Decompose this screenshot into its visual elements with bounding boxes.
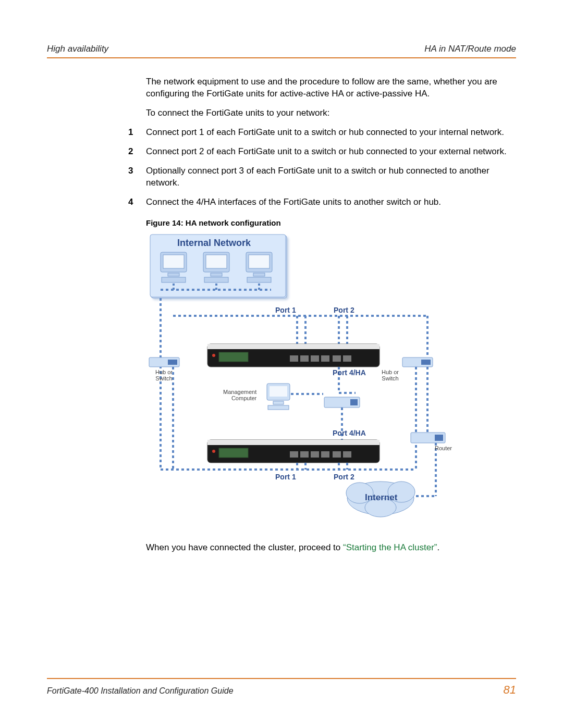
svg-rect-59 xyxy=(333,451,341,458)
svg-rect-35 xyxy=(290,355,298,362)
svg-rect-37 xyxy=(311,355,319,362)
svg-rect-10 xyxy=(253,273,265,276)
page-body: The network equipment to use and the pro… xyxy=(146,76,516,554)
header-right: HA in NAT/Route mode xyxy=(424,44,516,54)
step-number: 4 xyxy=(128,196,146,208)
step-number: 1 xyxy=(128,127,146,139)
footer-page-number: 81 xyxy=(504,683,516,697)
label-port1-top: Port 1 xyxy=(275,305,296,315)
svg-rect-45 xyxy=(350,399,358,405)
svg-rect-33 xyxy=(207,344,380,349)
label-port4ha-bottom: Port 4/HA xyxy=(333,428,366,438)
network-diagram-svg xyxy=(146,232,454,529)
after-figure-paragraph: When you have connected the cluster, pro… xyxy=(146,542,516,554)
svg-rect-57 xyxy=(311,451,319,458)
after-fig-pre: When you have connected the cluster, pro… xyxy=(146,542,343,552)
label-port2-bottom: Port 2 xyxy=(334,472,354,482)
document-page: High availability HA in NAT/Route mode T… xyxy=(0,0,563,728)
figure-diagram: Internal Network Port 1 Port 2 Port 4/HA… xyxy=(146,232,454,529)
svg-rect-20 xyxy=(168,360,177,365)
step-text: Connect port 2 of each FortiGate unit to… xyxy=(146,146,516,158)
label-hub-switch-left: Hub or Switch xyxy=(155,369,173,381)
page-header: High availability HA in NAT/Route mode xyxy=(47,44,516,58)
svg-rect-24 xyxy=(421,360,431,365)
footer-title: FortiGate-400 Installation and Configura… xyxy=(47,686,234,696)
label-hub-switch-right: Hub or Switch xyxy=(382,369,399,381)
label-internet: Internet xyxy=(365,492,397,504)
svg-rect-8 xyxy=(168,273,179,276)
label-port1-bottom: Port 1 xyxy=(275,472,296,482)
svg-rect-56 xyxy=(300,451,309,458)
svg-rect-11 xyxy=(162,277,186,282)
svg-rect-38 xyxy=(321,355,329,362)
svg-point-41 xyxy=(212,354,215,357)
svg-rect-6 xyxy=(206,255,227,268)
after-fig-post: . xyxy=(437,542,440,552)
svg-rect-13 xyxy=(247,277,271,282)
svg-rect-34 xyxy=(219,352,248,362)
svg-rect-9 xyxy=(211,273,222,276)
page-footer: FortiGate-400 Installation and Configura… xyxy=(47,678,516,697)
svg-rect-40 xyxy=(343,355,351,362)
svg-rect-54 xyxy=(219,448,248,458)
svg-rect-55 xyxy=(290,451,298,458)
svg-rect-7 xyxy=(249,255,270,268)
step-item: 1 Connect port 1 of each FortiGate unit … xyxy=(146,127,516,139)
step-text: Optionally connect port 3 of each FortiG… xyxy=(146,165,516,189)
lead-in-text: To connect the FortiGate units to your n… xyxy=(146,107,516,119)
figure-caption: Figure 14: HA network configuration xyxy=(146,218,516,228)
svg-rect-60 xyxy=(343,451,351,458)
svg-point-61 xyxy=(212,450,215,453)
svg-rect-5 xyxy=(163,255,184,268)
label-router: Router xyxy=(435,445,452,451)
step-text: Connect port 1 of each FortiGate unit to… xyxy=(146,127,516,139)
svg-rect-39 xyxy=(333,355,341,362)
step-list: 1 Connect port 1 of each FortiGate unit … xyxy=(146,127,516,208)
label-port4ha-top: Port 4/HA xyxy=(333,368,366,378)
step-text: Connect the 4/HA interfaces of the Forti… xyxy=(146,196,516,208)
header-left: High availability xyxy=(47,44,108,54)
step-item: 4 Connect the 4/HA interfaces of the For… xyxy=(146,196,516,208)
label-port2-top: Port 2 xyxy=(334,305,354,315)
svg-rect-53 xyxy=(207,440,380,445)
step-number: 2 xyxy=(128,146,146,158)
svg-rect-68 xyxy=(435,435,443,441)
svg-rect-58 xyxy=(321,451,329,458)
svg-rect-36 xyxy=(300,355,309,362)
svg-rect-12 xyxy=(204,277,228,282)
svg-rect-50 xyxy=(268,405,289,410)
cross-reference-link[interactable]: “Starting the HA cluster” xyxy=(343,542,437,552)
label-management-computer: Management Computer xyxy=(223,389,256,401)
step-item: 3 Optionally connect port 3 of each Fort… xyxy=(146,165,516,189)
label-internal-network: Internal Network xyxy=(177,237,251,249)
svg-rect-48 xyxy=(270,386,287,397)
step-item: 2 Connect port 2 of each FortiGate unit … xyxy=(146,146,516,158)
intro-paragraph: The network equipment to use and the pro… xyxy=(146,76,516,100)
step-number: 3 xyxy=(128,165,146,177)
svg-rect-49 xyxy=(273,401,284,404)
